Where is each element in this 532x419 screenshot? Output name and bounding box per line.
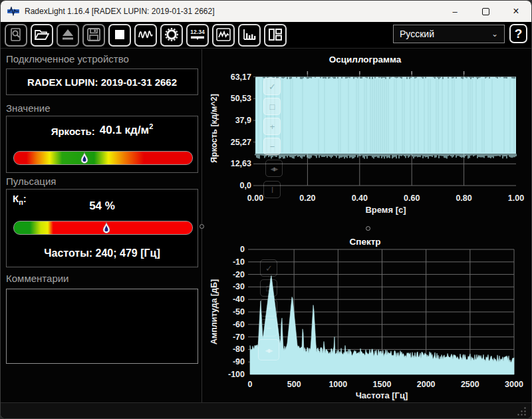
title-bar: RadexLight 1.16.4 [RADEX LUPIN: 2019-01-… <box>1 1 531 22</box>
chart-zoom-in-button[interactable]: + <box>260 299 277 317</box>
section-header-value: Значение <box>6 102 51 114</box>
stop-measurement-button[interactable] <box>108 24 131 47</box>
language-select[interactable]: Русский ⌄ <box>393 25 505 43</box>
value-view-button[interactable]: 12.34 <box>186 24 209 47</box>
save-file-button[interactable] <box>82 24 105 47</box>
svg-text:-50: -50 <box>233 307 245 317</box>
signal-mode-button[interactable] <box>134 24 157 47</box>
client-area: Подключенное устройство RADEX LUPIN: 201… <box>1 48 531 405</box>
close-button[interactable]: × <box>501 1 531 22</box>
floppy-icon <box>87 28 100 43</box>
toolbar-buttons: 12.34 <box>5 24 287 47</box>
chart-snapshot-button[interactable]: □ <box>263 98 281 115</box>
svg-text:50,53: 50,53 <box>231 94 251 103</box>
open-file-button[interactable] <box>31 24 53 47</box>
svg-text:1000: 1000 <box>329 380 347 389</box>
svg-text:0.40: 0.40 <box>352 194 368 203</box>
pulsation-marker-icon <box>102 222 110 233</box>
chevron-down-icon: ⌄ <box>491 29 498 39</box>
svg-text:-60: -60 <box>233 320 245 329</box>
svg-text:-90: -90 <box>233 357 245 366</box>
svg-text:Частота [Гц]: Частота [Гц] <box>356 390 408 400</box>
splitter-grip[interactable] <box>366 226 370 231</box>
window-title: RadexLight 1.16.4 [RADEX LUPIN: 2019-01-… <box>25 7 215 16</box>
language-value: Русский <box>400 29 434 39</box>
svg-text:-20: -20 <box>233 270 245 279</box>
brightness-scale-bar <box>13 151 193 165</box>
maximize-icon <box>482 8 489 15</box>
chart-select-button[interactable]: ✓ <box>263 78 281 95</box>
toolbar: 12.34 Русский ⌄ ? <box>1 22 531 48</box>
find-device-button[interactable] <box>5 24 27 47</box>
chart-zoom-out-button[interactable]: − <box>260 319 277 337</box>
svg-text:3000: 3000 <box>505 380 523 389</box>
svg-text:-100: -100 <box>228 370 245 379</box>
chart-fit-vertical-button[interactable]: I <box>263 181 281 198</box>
oscillogram-view-button[interactable] <box>212 24 235 47</box>
svg-text:1.00: 1.00 <box>508 194 524 203</box>
chart-select-button[interactable]: ✓ <box>260 259 277 277</box>
chart-snapshot-button[interactable]: □ <box>260 279 277 297</box>
help-button[interactable]: ? <box>509 24 527 43</box>
splitter-grip[interactable] <box>200 224 204 229</box>
layout-view-button[interactable] <box>264 24 287 47</box>
magnifier-doc-icon <box>9 28 23 43</box>
kp-value: 54 % <box>7 200 198 213</box>
app-icon <box>7 7 19 16</box>
svg-text:63,17: 63,17 <box>231 72 251 82</box>
spectrum-svg: Спектр0-10-20-30-40-50-60-70-80-90-10005… <box>202 231 531 406</box>
svg-text:0.20: 0.20 <box>299 194 315 203</box>
svg-text:500: 500 <box>287 380 301 389</box>
waveform-icon <box>138 28 153 43</box>
device-box: RADEX LUPIN: 2019-01-31 2662 <box>6 69 198 95</box>
panels-icon <box>268 28 283 43</box>
frequencies-value: Частоты: 240; 479 [Гц] <box>7 247 198 259</box>
svg-text:Яркость [кд/м^2]: Яркость [кд/м^2] <box>209 94 219 163</box>
chart-zoom-in-button[interactable]: + <box>263 118 281 135</box>
svg-text:0,0: 0,0 <box>240 181 251 190</box>
svg-text:12,63: 12,63 <box>231 159 251 168</box>
settings-button[interactable] <box>160 24 183 47</box>
comments-input[interactable] <box>7 289 198 363</box>
spectrum-view-button[interactable] <box>238 24 261 47</box>
svg-text:-40: -40 <box>233 295 245 304</box>
brightness-label: Яркость: <box>51 122 95 137</box>
section-header-comments: Комментарии <box>6 273 68 284</box>
svg-text:Амплитуда [дБ]: Амплитуда [дБ] <box>209 279 219 345</box>
device-name: RADEX LUPIN: 2019-01-31 2662 <box>27 76 177 88</box>
app-window: RadexLight 1.16.4 [RADEX LUPIN: 2019-01-… <box>0 0 532 419</box>
resize-grip-icon[interactable] <box>517 406 527 416</box>
section-header-pulsation: Пульсация <box>6 176 56 187</box>
svg-text:0.60: 0.60 <box>404 194 420 203</box>
oscillogram-chart: Осциллограмма0,012,6325,2737,950,5363,17… <box>202 50 531 217</box>
stop-square-icon <box>114 29 126 43</box>
eject-device-button[interactable] <box>57 24 79 47</box>
gear-icon <box>164 27 179 44</box>
chart-zoom-out-button[interactable]: − <box>263 138 281 155</box>
chart-pan-button[interactable]: ◂▸ <box>258 339 279 360</box>
folder-open-icon <box>35 29 49 43</box>
svg-text:Осциллограмма: Осциллограмма <box>329 55 402 65</box>
maximize-button[interactable] <box>470 1 501 22</box>
digits-icon: 12.34 <box>190 28 205 43</box>
brightness-value: 40.1 кд/м2 <box>100 122 154 137</box>
comments-box <box>6 289 198 364</box>
svg-text:-70: -70 <box>233 333 245 342</box>
svg-text:2500: 2500 <box>461 380 479 389</box>
minimize-button[interactable]: – <box>440 1 470 22</box>
spectrum-chart: Спектр0-10-20-30-40-50-60-70-80-90-10005… <box>202 231 531 406</box>
oscillogram-svg: Осциллограмма0,012,6325,2737,950,5363,17… <box>202 50 531 217</box>
chart-fit-horizontal-button[interactable]: ◂▸ <box>265 160 283 177</box>
eject-icon <box>61 29 74 43</box>
svg-text:25,27: 25,27 <box>231 138 251 147</box>
svg-text:0: 0 <box>240 245 245 254</box>
svg-text:Время [с]: Время [с] <box>365 205 406 215</box>
line-chart-icon <box>216 28 231 43</box>
svg-text:2000: 2000 <box>417 380 436 389</box>
svg-text:0.00: 0.00 <box>247 194 263 203</box>
svg-text:-10: -10 <box>233 257 245 267</box>
section-header-device: Подключенное устройство <box>6 53 129 65</box>
svg-text:Спектр: Спектр <box>349 237 380 247</box>
status-bar <box>1 402 531 418</box>
bar-chart-icon <box>242 28 257 43</box>
